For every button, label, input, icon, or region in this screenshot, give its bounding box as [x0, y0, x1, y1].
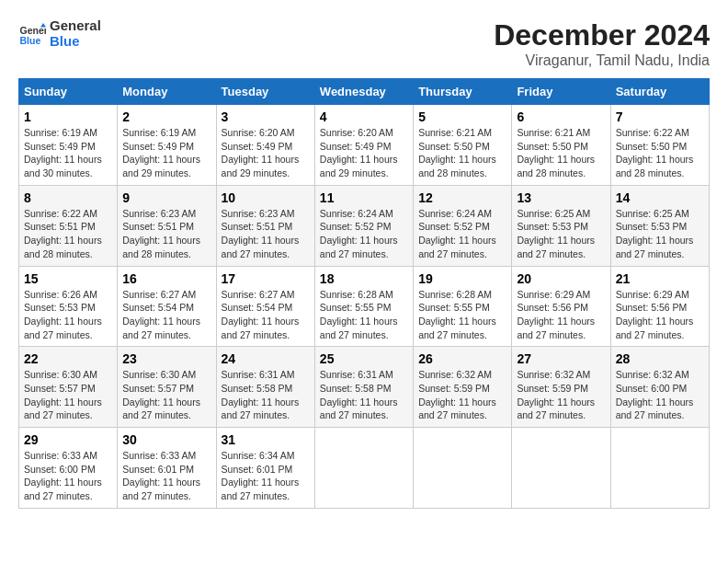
logo-icon: General Blue	[18, 20, 46, 48]
day-number: 28	[616, 351, 704, 366]
svg-text:Blue: Blue	[20, 34, 41, 45]
logo-name-part2: Blue	[50, 34, 101, 50]
day-detail: Sunrise: 6:22 AMSunset: 5:51 PMDaylight:…	[24, 207, 112, 261]
day-number: 31	[222, 432, 310, 447]
day-number: 7	[616, 109, 704, 124]
calendar-cell: 26Sunrise: 6:32 AMSunset: 5:59 PMDayligh…	[414, 347, 512, 428]
day-header-wednesday: Wednesday	[314, 79, 413, 105]
calendar-cell: 28Sunrise: 6:32 AMSunset: 6:00 PMDayligh…	[610, 347, 709, 428]
calendar-cell: 9Sunrise: 6:23 AMSunset: 5:51 PMDaylight…	[118, 185, 216, 266]
calendar-cell: 30Sunrise: 6:33 AMSunset: 6:01 PMDayligh…	[118, 428, 216, 509]
day-number: 27	[517, 351, 605, 366]
day-detail: Sunrise: 6:33 AMSunset: 6:01 PMDaylight:…	[122, 449, 210, 503]
day-header-saturday: Saturday	[610, 79, 709, 105]
calendar-week-row: 15Sunrise: 6:26 AMSunset: 5:53 PMDayligh…	[19, 266, 710, 347]
calendar-cell: 8Sunrise: 6:22 AMSunset: 5:51 PMDaylight…	[19, 185, 118, 266]
calendar-cell: 2Sunrise: 6:19 AMSunset: 5:49 PMDaylight…	[118, 105, 216, 186]
calendar-cell: 3Sunrise: 6:20 AMSunset: 5:49 PMDaylight…	[216, 105, 314, 186]
day-number: 20	[517, 271, 605, 286]
calendar-cell: 6Sunrise: 6:21 AMSunset: 5:50 PMDaylight…	[512, 105, 610, 186]
day-header-sunday: Sunday	[19, 79, 118, 105]
day-header-monday: Monday	[118, 79, 216, 105]
calendar-cell: 5Sunrise: 6:21 AMSunset: 5:50 PMDaylight…	[414, 105, 512, 186]
day-detail: Sunrise: 6:23 AMSunset: 5:51 PMDaylight:…	[122, 207, 210, 261]
day-number: 22	[24, 351, 112, 366]
day-number: 11	[320, 190, 408, 205]
day-detail: Sunrise: 6:27 AMSunset: 5:54 PMDaylight:…	[222, 288, 310, 342]
day-detail: Sunrise: 6:25 AMSunset: 5:53 PMDaylight:…	[517, 207, 605, 261]
calendar-cell: 10Sunrise: 6:23 AMSunset: 5:51 PMDayligh…	[216, 185, 314, 266]
calendar-cell: 24Sunrise: 6:31 AMSunset: 5:58 PMDayligh…	[216, 347, 314, 428]
calendar-cell: 31Sunrise: 6:34 AMSunset: 6:01 PMDayligh…	[216, 428, 314, 509]
day-header-tuesday: Tuesday	[216, 79, 314, 105]
day-number: 17	[222, 271, 310, 286]
day-number: 14	[616, 190, 704, 205]
day-number: 25	[320, 351, 408, 366]
calendar-cell: 19Sunrise: 6:28 AMSunset: 5:55 PMDayligh…	[414, 266, 512, 347]
day-number: 18	[320, 271, 408, 286]
calendar-header-row: SundayMondayTuesdayWednesdayThursdayFrid…	[19, 79, 710, 105]
day-detail: Sunrise: 6:32 AMSunset: 6:00 PMDaylight:…	[616, 368, 704, 422]
day-detail: Sunrise: 6:34 AMSunset: 6:01 PMDaylight:…	[222, 449, 310, 503]
day-detail: Sunrise: 6:31 AMSunset: 5:58 PMDaylight:…	[320, 368, 408, 422]
title-block: December 2024 Viraganur, Tamil Nadu, Ind…	[494, 18, 710, 69]
calendar-cell: 21Sunrise: 6:29 AMSunset: 5:56 PMDayligh…	[610, 266, 709, 347]
day-number: 16	[122, 271, 210, 286]
calendar-cell: 22Sunrise: 6:30 AMSunset: 5:57 PMDayligh…	[19, 347, 118, 428]
calendar-cell: 23Sunrise: 6:30 AMSunset: 5:57 PMDayligh…	[118, 347, 216, 428]
day-number: 1	[24, 109, 112, 124]
calendar-table: SundayMondayTuesdayWednesdayThursdayFrid…	[18, 78, 710, 509]
day-detail: Sunrise: 6:29 AMSunset: 5:56 PMDaylight:…	[616, 288, 704, 342]
calendar-cell: 14Sunrise: 6:25 AMSunset: 5:53 PMDayligh…	[610, 185, 709, 266]
day-detail: Sunrise: 6:24 AMSunset: 5:52 PMDaylight:…	[418, 207, 506, 261]
calendar-cell	[610, 428, 709, 509]
day-detail: Sunrise: 6:21 AMSunset: 5:50 PMDaylight:…	[517, 126, 605, 180]
calendar-cell: 29Sunrise: 6:33 AMSunset: 6:00 PMDayligh…	[19, 428, 118, 509]
calendar-week-row: 8Sunrise: 6:22 AMSunset: 5:51 PMDaylight…	[19, 185, 710, 266]
day-number: 15	[24, 271, 112, 286]
page-title: December 2024	[494, 18, 710, 52]
day-number: 13	[517, 190, 605, 205]
calendar-cell: 20Sunrise: 6:29 AMSunset: 5:56 PMDayligh…	[512, 266, 610, 347]
calendar-cell: 25Sunrise: 6:31 AMSunset: 5:58 PMDayligh…	[314, 347, 413, 428]
logo-name-part1: General	[50, 18, 101, 34]
day-number: 24	[222, 351, 310, 366]
calendar-week-row: 22Sunrise: 6:30 AMSunset: 5:57 PMDayligh…	[19, 347, 710, 428]
day-header-thursday: Thursday	[414, 79, 512, 105]
day-detail: Sunrise: 6:22 AMSunset: 5:50 PMDaylight:…	[616, 126, 704, 180]
day-detail: Sunrise: 6:20 AMSunset: 5:49 PMDaylight:…	[222, 126, 310, 180]
calendar-cell	[314, 428, 413, 509]
calendar-cell: 7Sunrise: 6:22 AMSunset: 5:50 PMDaylight…	[610, 105, 709, 186]
day-detail: Sunrise: 6:23 AMSunset: 5:51 PMDaylight:…	[222, 207, 310, 261]
calendar-cell: 15Sunrise: 6:26 AMSunset: 5:53 PMDayligh…	[19, 266, 118, 347]
day-detail: Sunrise: 6:29 AMSunset: 5:56 PMDaylight:…	[517, 288, 605, 342]
day-number: 10	[222, 190, 310, 205]
calendar-body: 1Sunrise: 6:19 AMSunset: 5:49 PMDaylight…	[19, 105, 710, 509]
calendar-cell: 17Sunrise: 6:27 AMSunset: 5:54 PMDayligh…	[216, 266, 314, 347]
day-detail: Sunrise: 6:28 AMSunset: 5:55 PMDaylight:…	[320, 288, 408, 342]
day-number: 6	[517, 109, 605, 124]
calendar-cell: 4Sunrise: 6:20 AMSunset: 5:49 PMDaylight…	[314, 105, 413, 186]
day-detail: Sunrise: 6:20 AMSunset: 5:49 PMDaylight:…	[320, 126, 408, 180]
logo: General Blue General Blue	[18, 18, 101, 49]
calendar-cell: 27Sunrise: 6:32 AMSunset: 5:59 PMDayligh…	[512, 347, 610, 428]
day-detail: Sunrise: 6:33 AMSunset: 6:00 PMDaylight:…	[24, 449, 112, 503]
day-detail: Sunrise: 6:26 AMSunset: 5:53 PMDaylight:…	[24, 288, 112, 342]
day-number: 9	[122, 190, 210, 205]
day-detail: Sunrise: 6:28 AMSunset: 5:55 PMDaylight:…	[418, 288, 506, 342]
day-detail: Sunrise: 6:19 AMSunset: 5:49 PMDaylight:…	[24, 126, 112, 180]
calendar-cell: 13Sunrise: 6:25 AMSunset: 5:53 PMDayligh…	[512, 185, 610, 266]
day-detail: Sunrise: 6:32 AMSunset: 5:59 PMDaylight:…	[418, 368, 506, 422]
day-detail: Sunrise: 6:21 AMSunset: 5:50 PMDaylight:…	[418, 126, 506, 180]
day-number: 19	[418, 271, 506, 286]
day-number: 2	[122, 109, 210, 124]
calendar-cell: 1Sunrise: 6:19 AMSunset: 5:49 PMDaylight…	[19, 105, 118, 186]
day-number: 26	[418, 351, 506, 366]
day-number: 8	[24, 190, 112, 205]
day-detail: Sunrise: 6:25 AMSunset: 5:53 PMDaylight:…	[616, 207, 704, 261]
day-detail: Sunrise: 6:24 AMSunset: 5:52 PMDaylight:…	[320, 207, 408, 261]
calendar-cell: 11Sunrise: 6:24 AMSunset: 5:52 PMDayligh…	[314, 185, 413, 266]
day-detail: Sunrise: 6:19 AMSunset: 5:49 PMDaylight:…	[122, 126, 210, 180]
day-header-friday: Friday	[512, 79, 610, 105]
day-number: 3	[222, 109, 310, 124]
